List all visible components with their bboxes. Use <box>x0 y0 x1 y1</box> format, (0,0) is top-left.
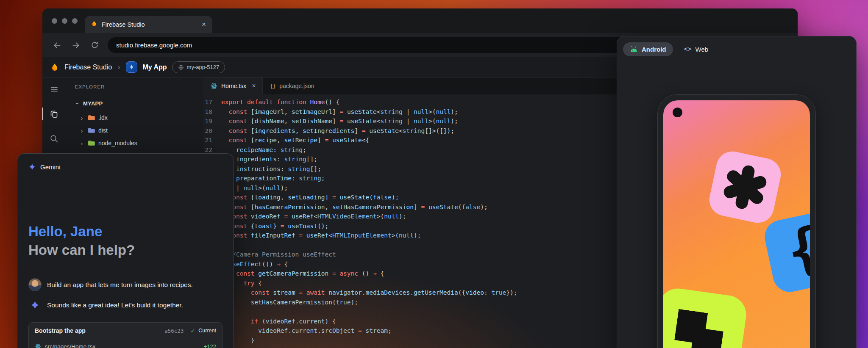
file-path: src/pages/Home.tsx <box>45 343 200 348</box>
firebase-favicon-icon <box>91 20 97 29</box>
window-close-button[interactable] <box>52 18 57 24</box>
folder-icon <box>88 140 95 146</box>
screenshot-root: Firebase Studio × studio.firebase.google… <box>0 0 868 348</box>
back-button[interactable] <box>52 40 63 51</box>
android-phone-mockup: { <box>657 94 816 348</box>
hamburger-icon <box>50 85 58 94</box>
window-controls <box>52 18 78 24</box>
preview-panel: Android <> Web { <box>617 36 857 348</box>
reload-button[interactable] <box>89 40 100 51</box>
chevron-right-icon: › <box>79 114 84 122</box>
camera-punch-hole <box>673 108 682 117</box>
app-id-chip[interactable]: my-app-5127 <box>172 61 225 73</box>
gemini-title: Gemini <box>40 163 61 171</box>
changed-file-row[interactable]: src/pages/Home.tsx +122 <box>29 339 222 348</box>
device-tab-android[interactable]: Android <box>623 42 673 56</box>
menu-button[interactable] <box>42 81 66 98</box>
search-view-button[interactable] <box>42 130 66 147</box>
greeting-line-1: Hello, Jane <box>28 222 135 241</box>
user-message: Build an app that lets me turn images in… <box>28 278 193 291</box>
pink-asterisk-tile <box>707 149 784 226</box>
explorer-item-node-modules[interactable]: ›node_modules <box>75 137 203 149</box>
window-maximize-button[interactable] <box>72 18 78 24</box>
browser-tab-title: Firebase Studio <box>102 21 145 28</box>
code-brackets-icon: <> <box>684 45 692 53</box>
react-icon <box>210 83 217 90</box>
device-tab-label: Android <box>642 46 666 53</box>
folder-icon <box>88 127 95 133</box>
editor-tab-label: Home.tsx <box>221 83 246 89</box>
search-icon <box>50 134 58 143</box>
check-icon: ✓ <box>190 328 195 334</box>
blue-brace-tile: { <box>762 209 810 295</box>
current-status-label: Current <box>198 328 216 334</box>
app-id-label: my-app-5127 <box>187 64 220 70</box>
browser-titlebar: Firebase Studio × <box>42 8 798 33</box>
gemini-header: Gemini <box>28 163 61 171</box>
product-name: Firebase Studio <box>64 64 112 71</box>
gemini-greeting: Hello, Jane How can I help? <box>28 222 135 260</box>
files-copy-icon <box>50 110 58 119</box>
chevron-right-icon: › <box>79 140 84 147</box>
abstract-bracket-icon <box>672 309 726 348</box>
device-tab-label: Web <box>696 46 709 53</box>
app-name: My App <box>142 64 167 71</box>
android-icon <box>630 46 638 52</box>
tab-close-icon[interactable]: × <box>202 20 206 29</box>
diff-added-count: +122 <box>204 343 216 348</box>
user-message-text: Build an app that lets me turn images in… <box>47 281 193 289</box>
breadcrumb-separator: › <box>117 64 121 71</box>
gemini-sparkle-icon <box>28 300 42 310</box>
editor-tab-home-tsx[interactable]: Home.tsx × <box>203 77 263 94</box>
close-tab-icon[interactable]: × <box>252 82 256 90</box>
json-braces-icon: {} <box>270 83 275 89</box>
root-folder-label: MYAPP <box>83 100 103 107</box>
folder-name: dist <box>98 127 108 134</box>
folder-name: node_modules <box>98 140 137 146</box>
app-id-icon <box>178 64 184 70</box>
commit-hash: a56c23 <box>164 328 184 334</box>
app-icon <box>126 61 137 73</box>
app-preview-screen[interactable]: { <box>663 100 810 348</box>
folder-name: .idx <box>98 114 108 121</box>
assistant-message-text: Sounds like a great idea! Let's build it… <box>47 301 183 309</box>
task-title: Bootstrap the app <box>35 327 161 334</box>
url-text: studio.firebase.google.com <box>116 41 192 49</box>
greeting-line-2: How can I help? <box>28 241 135 260</box>
assistant-message: Sounds like a great idea! Let's build it… <box>28 300 183 310</box>
explorer-item-idx[interactable]: ›.idx <box>75 111 203 124</box>
curly-brace-icon: { <box>782 218 810 280</box>
editor-tab-label: package.json <box>279 83 314 89</box>
folder-icon <box>88 115 95 121</box>
device-tab-web[interactable]: <> Web <box>677 42 715 56</box>
user-avatar <box>28 278 42 291</box>
gemini-sparkle-icon <box>28 163 36 171</box>
explorer-item-dist[interactable]: ›dist <box>75 124 203 137</box>
green-bracket-tile <box>663 286 748 348</box>
chevron-right-icon: › <box>79 127 84 134</box>
explorer-title: EXPLORER <box>75 84 203 89</box>
chevron-down-icon: › <box>74 101 81 106</box>
gemini-panel: Gemini Hello, Jane How can I help? Build… <box>17 153 234 348</box>
task-card-header[interactable]: Bootstrap the app a56c23 ✓ Current <box>29 323 222 339</box>
window-minimize-button[interactable] <box>62 18 67 24</box>
firebase-logo-icon <box>50 63 59 72</box>
editor-tab-package-json[interactable]: {} package.json <box>263 77 321 94</box>
forward-button[interactable] <box>70 40 81 51</box>
bootstrap-task-card[interactable]: Bootstrap the app a56c23 ✓ Current src/p… <box>28 322 223 348</box>
browser-tab-firebase-studio[interactable]: Firebase Studio × <box>85 16 212 33</box>
react-icon <box>35 343 41 348</box>
asterisk-icon <box>719 161 771 213</box>
device-toggle: Android <> Web <box>623 42 715 56</box>
explorer-root-folder[interactable]: › MYAPP <box>75 98 203 109</box>
explorer-view-button[interactable] <box>42 105 66 122</box>
